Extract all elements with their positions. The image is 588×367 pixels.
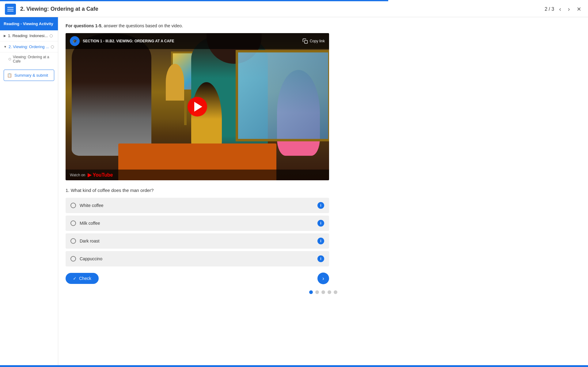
video-title: SECTION 1 - III.B2. VIEWING: ORDERING AT… [83,39,174,43]
next-button[interactable]: › [566,4,572,14]
info-icon-4[interactable]: i [317,255,324,262]
radio-1 [70,203,76,208]
main-layout: Reading - Viewing Activity ▶ 1. Reading:… [0,17,588,365]
dot-3[interactable] [321,290,325,294]
option-3-label: Dark roast [80,239,100,243]
youtube-logo: ▶ YouTube [88,172,113,178]
question-body: What kind of coffee does the man order? [71,188,154,193]
play-button[interactable] [188,97,207,117]
status-circle-1 [50,34,53,37]
answer-option-2[interactable]: Milk coffee i [66,216,329,231]
radio-2 [70,220,76,226]
top-bar: 2. Viewing: Ordering at a Cafe 2 / 3 ‹ ›… [0,1,588,17]
info-icon-2[interactable]: i [317,220,324,227]
sidebar-header: Reading - Viewing Activity [0,17,58,30]
dot-1[interactable] [309,290,313,294]
question-text: 1. What kind of coffee does the man orde… [66,188,581,193]
sidebar-item-1-label: 1. Reading: Indonesi... [8,33,48,38]
info-icon-3[interactable]: i [317,238,324,244]
instruction-rest: , answer the questions based on the vide… [101,23,183,28]
page-counter: 2 / 3 [545,6,554,12]
copy-icon [302,38,308,44]
answer-option-3[interactable]: Dark roast i [66,233,329,249]
expand-icon-2: ▼ [4,45,7,48]
summary-submit-button[interactable]: 📋 Summary & submit [4,70,54,81]
radio-4 [70,256,76,262]
pagination-row [66,290,581,300]
menu-button[interactable] [5,4,16,15]
watch-on-label: Watch on [70,173,85,177]
check-button[interactable]: ✓ Check [66,273,99,284]
svg-rect-0 [304,40,307,44]
play-triangle-icon [194,102,202,112]
sidebar-item-viewing[interactable]: ▼ 2. Viewing: Ordering ... [0,41,58,52]
answer-option-1[interactable]: White coffee i [66,198,329,213]
instruction-bold: For questions 1-5 [66,23,101,28]
sidebar-sub-item-label: Viewing: Ordering at a Cafe [13,55,54,63]
question-next-button[interactable]: › [317,273,329,284]
radio-3 [70,238,76,244]
video-header: 🎓 SECTION 1 - III.B2. VIEWING: ORDERING … [66,33,329,49]
option-4-label: Cappuccino [80,256,102,261]
action-row: ✓ Check › [66,273,329,284]
summary-icon: 📋 [7,73,12,78]
sidebar-item-reading[interactable]: ▶ 1. Reading: Indonesi... [0,30,58,41]
copy-link-button[interactable]: Copy link [302,38,325,44]
video-container[interactable]: 🎓 SECTION 1 - III.B2. VIEWING: ORDERING … [66,33,329,180]
dot-2[interactable] [315,290,319,294]
question-number: 1. [66,188,71,193]
answer-options: White coffee i Milk coffee i Dark roast … [66,198,329,266]
answer-option-4[interactable]: Cappuccino i [66,251,329,266]
sub-circle-icon [9,58,11,60]
content-area: For questions 1-5, answer the questions … [58,17,588,365]
summary-label: Summary & submit [14,73,48,78]
page-title: 2. Viewing: Ordering at a Cafe [20,6,98,12]
sidebar: Reading - Viewing Activity ▶ 1. Reading:… [0,17,58,365]
dot-4[interactable] [328,290,331,294]
expand-icon-1: ▶ [4,34,6,37]
instruction-text: For questions 1-5, answer the questions … [66,23,581,28]
channel-logo: 🎓 [70,36,80,46]
info-icon-1[interactable]: i [317,202,324,209]
bottom-bar [0,365,588,367]
video-footer: Watch on ▶ YouTube [66,170,329,180]
option-2-label: Milk coffee [80,221,100,226]
status-circle-2 [51,45,54,48]
dot-5[interactable] [334,290,337,294]
close-button[interactable]: ✕ [575,4,583,14]
sidebar-sub-item-viewing[interactable]: Viewing: Ordering at a Cafe [0,52,58,66]
copy-link-label: Copy link [310,39,325,43]
check-label: Check [79,276,91,281]
option-1-label: White coffee [80,203,104,208]
prev-button[interactable]: ‹ [557,4,563,14]
check-checkmark: ✓ [73,276,77,281]
sidebar-item-2-label: 2. Viewing: Ordering ... [9,44,49,49]
